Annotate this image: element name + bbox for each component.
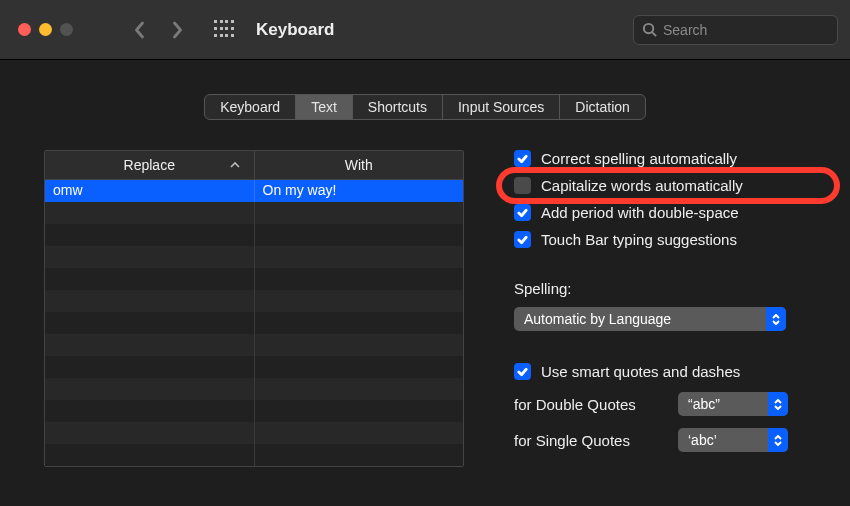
- checkbox-icon: [514, 363, 531, 380]
- table-row[interactable]: [45, 268, 463, 290]
- show-all-icon[interactable]: [214, 20, 234, 40]
- back-button[interactable]: [133, 21, 146, 39]
- single-quotes-select[interactable]: ‘abc’: [678, 428, 788, 452]
- checkbox-icon: [514, 177, 531, 194]
- table-header: Replace With: [45, 151, 463, 180]
- table-row[interactable]: [45, 202, 463, 224]
- spelling-label: Spelling:: [514, 280, 820, 297]
- tabs: Keyboard Text Shortcuts Input Sources Di…: [204, 94, 646, 120]
- sort-indicator-icon: [230, 161, 240, 169]
- checkbox-icon: [514, 204, 531, 221]
- search-placeholder: Search: [663, 22, 707, 38]
- column-with[interactable]: With: [255, 151, 464, 179]
- spelling-select[interactable]: Automatic by Language: [514, 307, 786, 331]
- table-row[interactable]: [45, 444, 463, 466]
- text-options: Correct spelling automatically Capitaliz…: [514, 150, 820, 467]
- forward-button[interactable]: [171, 21, 184, 39]
- single-quotes-row: for Single Quotes ‘abc’: [514, 428, 820, 452]
- close-window-button[interactable]: [18, 23, 31, 36]
- checkbox-icon: [514, 231, 531, 248]
- tab-input-sources[interactable]: Input Sources: [442, 95, 559, 119]
- single-quotes-label: for Single Quotes: [514, 432, 664, 449]
- cell-replace: omw: [45, 180, 255, 202]
- table-row[interactable]: [45, 400, 463, 422]
- touch-bar-checkbox[interactable]: Touch Bar typing suggestions: [514, 231, 820, 248]
- checkbox-icon: [514, 150, 531, 167]
- table-row[interactable]: [45, 334, 463, 356]
- capitalize-words-checkbox[interactable]: Capitalize words automatically: [514, 177, 820, 194]
- column-replace[interactable]: Replace: [45, 151, 255, 179]
- zoom-window-button[interactable]: [60, 23, 73, 36]
- tab-text[interactable]: Text: [295, 95, 352, 119]
- correct-spelling-checkbox[interactable]: Correct spelling automatically: [514, 150, 820, 167]
- nav-arrows: [133, 21, 184, 39]
- select-arrows-icon: [768, 392, 788, 416]
- minimize-window-button[interactable]: [39, 23, 52, 36]
- search-input[interactable]: Search: [633, 15, 838, 45]
- table-row[interactable]: [45, 356, 463, 378]
- window-controls: [18, 23, 73, 36]
- smart-quotes-checkbox[interactable]: Use smart quotes and dashes: [514, 363, 820, 380]
- titlebar: Keyboard Search: [0, 0, 850, 60]
- window-title: Keyboard: [256, 20, 334, 40]
- table-row[interactable]: [45, 312, 463, 334]
- table-row[interactable]: [45, 290, 463, 312]
- select-arrows-icon: [766, 307, 786, 331]
- tabs-container: Keyboard Text Shortcuts Input Sources Di…: [0, 60, 850, 120]
- tab-shortcuts[interactable]: Shortcuts: [352, 95, 442, 119]
- table-row[interactable]: [45, 224, 463, 246]
- replacements-table: Replace With omw On my way!: [44, 150, 464, 467]
- double-quotes-label: for Double Quotes: [514, 396, 664, 413]
- search-icon: [642, 22, 657, 37]
- select-arrows-icon: [768, 428, 788, 452]
- svg-point-0: [644, 24, 653, 33]
- table-row[interactable]: [45, 378, 463, 400]
- tab-keyboard[interactable]: Keyboard: [205, 95, 295, 119]
- content: Replace With omw On my way!: [0, 120, 850, 467]
- table-row[interactable]: [45, 422, 463, 444]
- table-row[interactable]: [45, 246, 463, 268]
- table-row[interactable]: omw On my way!: [45, 180, 463, 202]
- double-quotes-select[interactable]: “abc”: [678, 392, 788, 416]
- double-quotes-row: for Double Quotes “abc”: [514, 392, 820, 416]
- svg-line-1: [652, 32, 656, 36]
- cell-with: On my way!: [255, 180, 464, 202]
- tab-dictation[interactable]: Dictation: [559, 95, 644, 119]
- add-period-checkbox[interactable]: Add period with double-space: [514, 204, 820, 221]
- table-body: omw On my way!: [45, 180, 463, 466]
